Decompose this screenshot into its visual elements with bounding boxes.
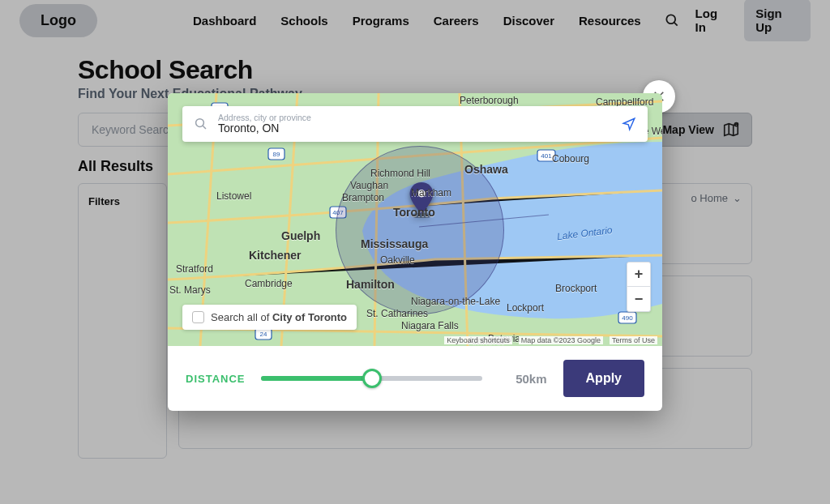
svg-point-24 <box>196 119 204 127</box>
search-all-region-checkbox[interactable]: Search all of City of Toronto <box>182 305 357 330</box>
map-zoom-control: + − <box>627 262 651 312</box>
zoom-out-button[interactable]: − <box>627 287 650 311</box>
slider-knob[interactable] <box>362 369 382 388</box>
slider-fill <box>261 376 371 381</box>
location-modal: 6 89 407 24 401 490 <box>168 93 662 411</box>
search-icon <box>194 117 208 131</box>
svg-line-25 <box>203 126 206 129</box>
distance-label: DISTANCE <box>186 373 245 385</box>
zoom-in-button[interactable]: + <box>627 263 650 287</box>
distance-slider[interactable] <box>261 376 481 381</box>
search-all-region: City of Toronto <box>272 311 347 323</box>
checkbox-icon <box>192 311 204 323</box>
locate-icon[interactable] <box>622 117 636 131</box>
modal-overlay[interactable]: 6 89 407 24 401 490 <box>0 0 830 504</box>
apply-button[interactable]: Apply <box>563 360 644 397</box>
map-attribution: Keyboard shortcuts Map data ©2023 Google… <box>444 336 657 344</box>
map-canvas[interactable]: 6 89 407 24 401 490 <box>168 93 662 346</box>
map-address-value: Toronto, ON <box>218 122 311 135</box>
search-all-prefix: Search all of <box>211 311 272 323</box>
distance-value: 50km <box>498 372 547 386</box>
map-address-input[interactable]: Address, city or province Toronto, ON <box>182 106 648 142</box>
modal-bottom-bar: DISTANCE 50km Apply <box>168 346 662 411</box>
